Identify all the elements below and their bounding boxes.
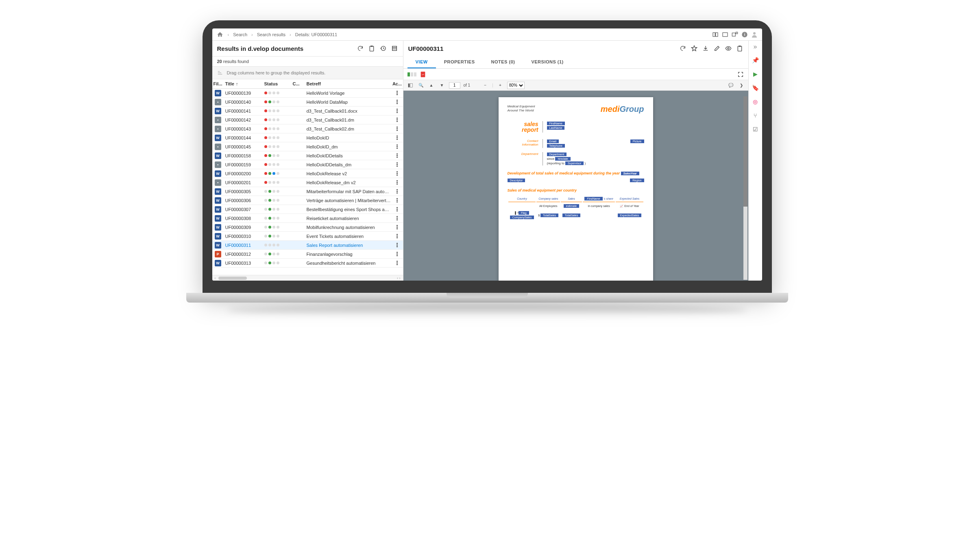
home-icon[interactable] [216, 31, 224, 38]
table-row[interactable]: WUF00000310Event Tickets automatisieren [212, 232, 403, 241]
drawer-play-icon[interactable]: ▶ [751, 70, 759, 78]
row-kebab-icon[interactable] [397, 234, 398, 238]
row-id: UF00000141 [224, 109, 264, 113]
status-dots [264, 261, 293, 264]
row-kebab-icon[interactable] [397, 252, 398, 256]
hscroll[interactable]: ‹‹ › [212, 275, 403, 281]
table-row[interactable]: WUF00000311Sales Report automatisieren [212, 241, 403, 250]
layout2-icon[interactable] [721, 31, 729, 38]
table-row[interactable]: WUF00000308Reiseticket automatisieren [212, 214, 403, 223]
eye-icon[interactable] [725, 45, 732, 52]
table-row[interactable]: WUF00000309Mobilfunkrechnung automatisie… [212, 223, 403, 232]
row-kebab-icon[interactable] [397, 216, 398, 220]
table-row[interactable]: WUF00000307Bestellbestätigung eines Spor… [212, 205, 403, 214]
vscroll[interactable] [743, 96, 747, 280]
preview-area[interactable]: Medical EquipmentAround The World mediGr… [403, 91, 748, 281]
document-id: UF00000311 [408, 45, 444, 52]
star-icon[interactable] [691, 45, 698, 52]
row-id: UF00000144 [224, 135, 264, 140]
clipboard-icon[interactable] [368, 45, 375, 52]
status-dots [264, 118, 293, 121]
prev-page-icon[interactable]: ▲ [428, 82, 435, 89]
fullscreen-icon[interactable] [737, 71, 744, 78]
status-dots [264, 199, 293, 202]
svg-rect-11 [392, 46, 397, 51]
table-row[interactable]: WUF00000144HelloDokID [212, 133, 403, 142]
table-row[interactable]: ▪UF00000142d3_Test_Callback01.dm [212, 115, 403, 124]
row-kebab-icon[interactable] [397, 225, 398, 229]
row-kebab-icon[interactable] [397, 118, 398, 122]
tools-icon[interactable]: ❯ [738, 82, 745, 89]
edit-icon[interactable] [713, 45, 721, 52]
column-headers[interactable]: Fil... Title↑ Status C... Betreff Ac... [212, 79, 403, 89]
row-kebab-icon[interactable] [397, 91, 398, 95]
find-icon[interactable]: 🔍 [417, 82, 425, 89]
crumb-search[interactable]: Search [233, 32, 247, 37]
table-row[interactable]: ▪UF00000143d3_Test_Callback02.dm [212, 124, 403, 133]
table-row[interactable]: WUF00000141d3_Test_Callback01.docx [212, 107, 403, 115]
layout1-icon[interactable] [712, 31, 719, 38]
refresh-icon[interactable] [357, 45, 364, 52]
collapse-drawer-icon[interactable]: » [754, 43, 757, 50]
zoom-in-icon[interactable]: + [497, 82, 504, 89]
row-kebab-icon[interactable] [397, 243, 398, 247]
row-kebab-icon[interactable] [397, 207, 398, 211]
row-kebab-icon[interactable] [397, 261, 398, 265]
table-row[interactable]: ▪UF00000201HelloDokRelease_dm v2 [212, 178, 403, 187]
row-kebab-icon[interactable] [397, 198, 398, 203]
download-icon[interactable] [702, 45, 709, 52]
row-kebab-icon[interactable] [397, 171, 398, 176]
clipboard2-icon[interactable] [736, 45, 743, 52]
table-row[interactable]: WUF00000305Mitarbeiterformular mit SAP D… [212, 187, 403, 196]
drawer-checklist-icon[interactable]: ☑ [751, 125, 759, 133]
user-icon[interactable] [751, 31, 758, 38]
zoom-select[interactable]: 80% [507, 82, 525, 89]
comment-icon[interactable]: 💬 [727, 82, 734, 89]
next-page-icon[interactable]: ▼ [438, 82, 446, 89]
sidebar-toggle-icon[interactable] [407, 82, 414, 89]
layout3-icon[interactable] [731, 31, 739, 38]
row-id: UF00000310 [224, 234, 264, 239]
list-icon[interactable] [391, 45, 398, 52]
page-input[interactable] [449, 82, 460, 89]
row-kebab-icon[interactable] [397, 162, 398, 167]
history-icon[interactable] [379, 45, 387, 52]
table-row[interactable]: WUF00000306Verträge automatisieren | Mit… [212, 196, 403, 205]
table-row[interactable]: ▪UF00000140HelloWorld DataMap [212, 98, 403, 107]
table-row[interactable]: ▪UF00000159HelloDokIDDetails_dm [212, 160, 403, 169]
table-row[interactable]: ▪UF00000145HelloDokID_dm [212, 142, 403, 151]
tab-versions[interactable]: VERSIONS (1) [523, 56, 571, 68]
back-chevron[interactable]: ‹ [228, 32, 229, 37]
row-kebab-icon[interactable] [397, 135, 398, 140]
status-dots [264, 226, 293, 229]
row-kebab-icon[interactable] [397, 100, 398, 104]
row-subject: HelloWorld DataMap [305, 100, 392, 105]
row-kebab-icon[interactable] [397, 126, 398, 131]
crumb-results[interactable]: Search results [257, 32, 285, 37]
status-dots [264, 154, 293, 157]
drawer-pin-icon[interactable]: 📌 [751, 56, 759, 64]
table-row[interactable]: WUF00000158HelloDokIDDetails [212, 151, 403, 160]
table-row[interactable]: WUF00000200HelloDokRelease v2 [212, 169, 403, 178]
drawer-target-icon[interactable]: ◎ [751, 98, 759, 106]
status-dots [264, 235, 293, 238]
table-row[interactable]: WUF00000313Gesundheitsbericht automatisi… [212, 259, 403, 268]
tab-properties[interactable]: PROPERTIES [436, 56, 483, 68]
status-dots [264, 217, 293, 220]
row-kebab-icon[interactable] [397, 109, 398, 113]
table-row[interactable]: PUF00000312Finanzanlagevorschlag [212, 250, 403, 259]
drawer-branch-icon[interactable]: ⑂ [751, 111, 759, 120]
row-kebab-icon[interactable] [397, 144, 398, 149]
zoom-out-icon[interactable]: − [482, 82, 489, 89]
tab-view[interactable]: VIEW [407, 56, 436, 68]
info-icon[interactable]: i [741, 31, 748, 38]
row-kebab-icon[interactable] [397, 180, 398, 185]
crumb-details[interactable]: Details: UF00000311 [295, 32, 337, 37]
table-row[interactable]: WUF00000139HelloWorld Vorlage [212, 89, 403, 98]
drawer-bookmark-icon[interactable]: 🔖 [751, 84, 759, 92]
refresh-doc-icon[interactable] [679, 45, 686, 52]
group-hint[interactable]: Drag columns here to group the displayed… [212, 67, 403, 79]
row-kebab-icon[interactable] [397, 153, 398, 158]
tab-notes[interactable]: NOTES (0) [483, 56, 523, 68]
row-kebab-icon[interactable] [397, 189, 398, 194]
